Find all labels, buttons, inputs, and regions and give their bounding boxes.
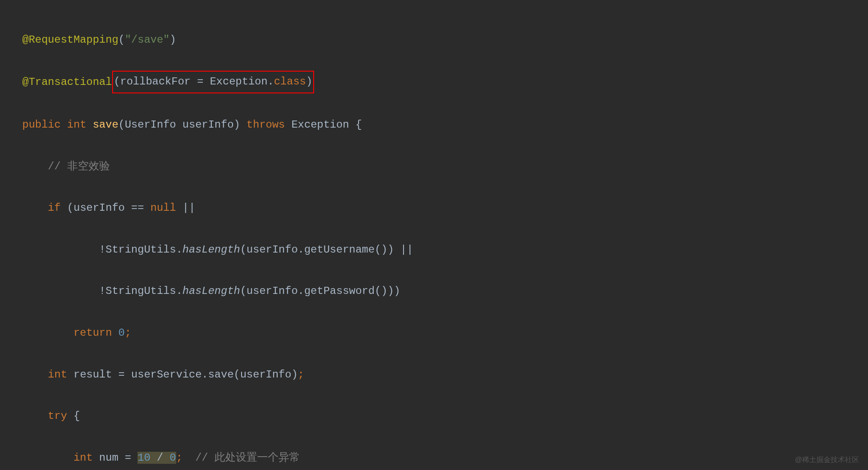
- warning-highlight: 10 / 0: [137, 452, 176, 464]
- keyword: throws: [246, 119, 285, 131]
- annotation: @RequestMapping: [22, 34, 118, 46]
- code-line: int result = userService.save(userInfo);: [22, 365, 846, 386]
- static-method: hasLength: [182, 244, 240, 256]
- code-line: @RequestMapping("/save"): [22, 30, 846, 51]
- paren: ): [170, 34, 176, 46]
- param-text: rollbackFor = Exception.: [120, 76, 274, 88]
- code-line: return 0;: [22, 323, 846, 344]
- watermark: @稀土掘金技术社区: [795, 453, 859, 466]
- text: num =: [93, 452, 137, 464]
- number: 0: [118, 327, 125, 339]
- keyword: try: [48, 410, 67, 422]
- code-line: if (userInfo == null ||: [22, 198, 846, 219]
- text: [112, 327, 118, 339]
- text: {: [67, 410, 80, 422]
- code-line: int num = 10 / 0; // 此处设置一个异常: [22, 448, 846, 469]
- text: !StringUtils.: [99, 285, 182, 297]
- keyword: int: [73, 452, 93, 464]
- text: (userInfo.getPassword())): [240, 285, 400, 297]
- comment: // 此处设置一个异常: [195, 452, 300, 464]
- text: (userInfo.getUsername()) ||: [240, 244, 413, 256]
- text: !StringUtils.: [99, 244, 182, 256]
- code-line: !StringUtils.hasLength(userInfo.getUsern…: [22, 240, 846, 261]
- keyword: class: [274, 76, 306, 88]
- keyword: if: [48, 202, 61, 214]
- semi: ;: [176, 452, 182, 464]
- string-literal: "/save": [125, 34, 170, 46]
- annotation: @Transactional: [22, 76, 112, 88]
- method-name: save: [93, 119, 118, 131]
- number: 0: [170, 452, 176, 464]
- code-line: @Transactional(rollbackFor = Exception.c…: [22, 71, 846, 94]
- code-editor: @RequestMapping("/save") @Transactional(…: [22, 9, 846, 470]
- text: Exception {: [285, 119, 362, 131]
- keyword: public: [22, 119, 61, 131]
- code-line: try {: [22, 406, 846, 427]
- static-method: hasLength: [182, 285, 240, 297]
- keyword: int: [48, 369, 67, 381]
- paren: (: [118, 34, 125, 46]
- keyword: int: [67, 119, 86, 131]
- text: ||: [176, 202, 195, 214]
- text: /: [150, 452, 170, 464]
- params: (UserInfo userInfo): [118, 119, 246, 131]
- code-line: // 非空效验: [22, 157, 846, 177]
- code-line: public int save(UserInfo userInfo) throw…: [22, 115, 846, 136]
- keyword: return: [73, 327, 112, 339]
- text: result = userService.save(userInfo): [67, 369, 298, 381]
- text: [182, 452, 195, 464]
- keyword: null: [150, 202, 176, 214]
- code-line: !StringUtils.hasLength(userInfo.getPassw…: [22, 281, 846, 302]
- comment: // 非空效验: [48, 161, 110, 173]
- text: (userInfo ==: [61, 202, 150, 214]
- paren: (: [114, 76, 120, 88]
- paren: ): [306, 76, 312, 88]
- semi: ;: [298, 369, 304, 381]
- semi: ;: [125, 327, 131, 339]
- number: 10: [137, 452, 150, 464]
- highlight-box: (rollbackFor = Exception.class): [112, 71, 314, 93]
